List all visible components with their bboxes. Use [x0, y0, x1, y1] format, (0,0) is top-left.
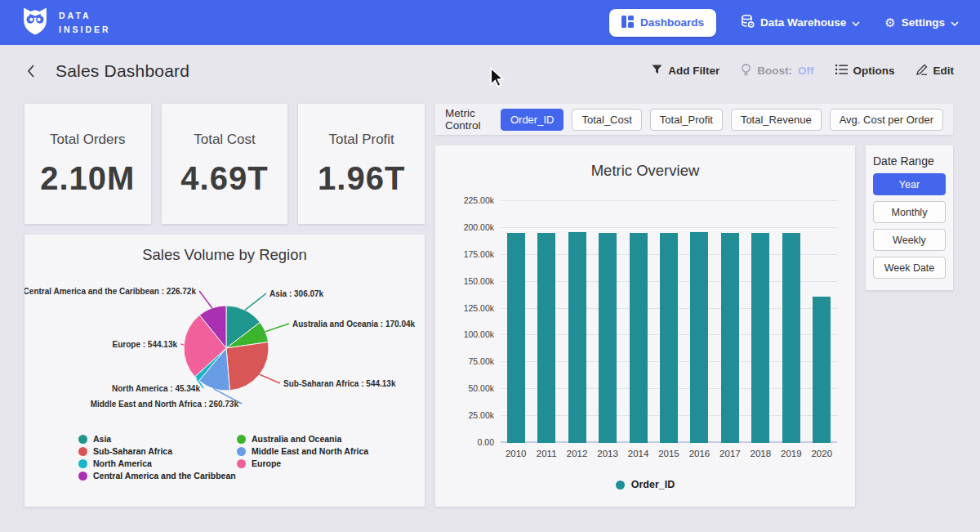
- legend-dot: [616, 481, 625, 490]
- pie-legend: AsiaAustralia and OceaniaSub-Saharan Afr…: [78, 434, 425, 481]
- gear-icon: ⚙: [884, 16, 895, 29]
- pie-slice-label: North America : 45.34k: [112, 384, 200, 393]
- legend-label: Asia: [93, 434, 111, 444]
- bar-chart-legend: Order_ID: [447, 479, 844, 490]
- x-axis-tick-label: 2019: [776, 449, 806, 458]
- chevron-down-icon: [852, 16, 860, 29]
- bar-chart-panel: Metric Overview 0.0025.00k50.00k75.00k10…: [435, 145, 855, 507]
- kpi-card-total-profit: Total Profit 1.96T: [298, 104, 425, 224]
- x-axis-tick-label: 2012: [562, 449, 592, 458]
- boost-state: Off: [798, 65, 814, 77]
- chevron-down-icon: [951, 16, 959, 29]
- database-icon: [741, 15, 755, 31]
- legend-dot: [78, 472, 87, 481]
- legend-dot: [78, 459, 87, 468]
- bar[interactable]: [782, 233, 800, 443]
- top-nav-bar: DATA INSIDER Dashboards: [0, 0, 980, 45]
- y-axis-tick-label: 150.00k: [450, 276, 494, 286]
- add-filter-button[interactable]: Add Filter: [652, 65, 719, 77]
- date-range-week-date-button[interactable]: Week Date: [873, 257, 946, 279]
- metric-button-order-id[interactable]: Order_ID: [501, 109, 564, 131]
- chevron-left-icon: [26, 64, 36, 78]
- pie-chart: Asia : 306.07kAustralia and Oceania : 17…: [24, 265, 425, 432]
- bar-chart-plot: 0.0025.00k50.00k75.00k100.00k125.00k150.…: [501, 201, 837, 443]
- boost-toggle[interactable]: Boost: Off: [741, 64, 813, 78]
- dashboards-button[interactable]: Dashboards: [609, 9, 716, 37]
- pie-legend-item[interactable]: North America: [78, 458, 237, 468]
- options-list-icon: [835, 65, 848, 77]
- date-range-weekly-button[interactable]: Weekly: [873, 229, 946, 251]
- metric-button-total-profit[interactable]: Total_Profit: [650, 109, 723, 131]
- date-range-year-button[interactable]: Year: [873, 173, 946, 195]
- x-axis-tick-label: 2014: [623, 449, 653, 458]
- bar-slot: [807, 201, 837, 443]
- bar-slot: [592, 201, 622, 443]
- kpi-value: 1.96T: [298, 160, 425, 197]
- date-range-label: Date Range: [873, 154, 946, 168]
- legend-dot: [78, 447, 87, 456]
- bar[interactable]: [507, 233, 525, 443]
- bar[interactable]: [568, 232, 586, 444]
- legend-label: North America: [93, 458, 152, 468]
- x-axis-tick-label: 2020: [807, 449, 837, 458]
- y-axis-tick-label: 200.00k: [450, 222, 494, 232]
- brand-logo[interactable]: DATA INSIDER: [21, 7, 111, 39]
- bar[interactable]: [630, 233, 648, 443]
- pie-legend-item[interactable]: Europe: [237, 458, 425, 468]
- bar-chart-title: Metric Overview: [447, 162, 844, 180]
- kpi-row: Total Orders 2.10M Total Cost 4.69T Tota…: [24, 104, 425, 224]
- data-warehouse-menu[interactable]: Data Warehouse: [741, 15, 860, 31]
- pie-slice-label: Asia : 306.07k: [270, 289, 324, 298]
- x-axis-tick-label: 2013: [592, 449, 622, 458]
- metric-control-label: Metric Control: [445, 107, 489, 132]
- pie-legend-item[interactable]: Asia: [78, 434, 237, 444]
- pie-legend-item[interactable]: Central America and the Caribbean: [78, 471, 237, 481]
- bar-slot: [562, 201, 592, 443]
- bar-chart-x-axis: 2010201120122013201420152016201720182019…: [501, 449, 837, 458]
- bar-slot: [653, 201, 684, 443]
- bar[interactable]: [721, 233, 739, 443]
- owl-logo-icon: [21, 7, 49, 39]
- bar[interactable]: [813, 297, 831, 443]
- options-button[interactable]: Options: [835, 65, 895, 77]
- settings-menu[interactable]: ⚙ Settings: [884, 16, 959, 29]
- bar-slot: [531, 201, 561, 443]
- back-button[interactable]: [26, 64, 36, 78]
- y-axis-tick-label: 0.00: [450, 437, 494, 447]
- x-axis-tick-label: 2017: [715, 449, 745, 458]
- pie-slice-label: Central America and the Caribbean : 226.…: [24, 287, 196, 296]
- legend-label: Middle East and North Africa: [252, 446, 368, 456]
- bar[interactable]: [537, 233, 555, 443]
- bar[interactable]: [751, 233, 769, 443]
- bar-slot: [684, 201, 715, 443]
- legend-dot: [237, 447, 246, 456]
- legend-label: Order_ID: [631, 479, 675, 490]
- kpi-card-total-cost: Total Cost 4.69T: [162, 104, 288, 224]
- pie-leader-line: [199, 291, 212, 308]
- legend-label: Europe: [252, 458, 281, 468]
- bar[interactable]: [690, 232, 708, 443]
- metric-button-total-revenue[interactable]: Total_Revenue: [731, 109, 822, 131]
- metric-button-total-cost[interactable]: Total_Cost: [572, 109, 641, 131]
- bar[interactable]: [660, 233, 678, 443]
- brand-line2: INSIDER: [59, 23, 111, 36]
- pie-slice[interactable]: [226, 342, 269, 391]
- pie-legend-item[interactable]: Sub-Saharan Africa: [78, 446, 237, 456]
- bar-slot: [501, 201, 531, 443]
- date-range-monthly-button[interactable]: Monthly: [873, 201, 946, 223]
- pie-legend-item[interactable]: Australia and Oceania: [237, 434, 425, 444]
- dashboard-grid-icon: [621, 16, 634, 30]
- x-axis-tick-label: 2015: [653, 449, 684, 458]
- dashboard-header: Sales Dashboard Add Filter Boost: Off: [0, 45, 980, 96]
- bar[interactable]: [599, 233, 617, 443]
- metric-button-avg-cost-per-order[interactable]: Avg. Cost per Order: [830, 109, 943, 131]
- kpi-label: Total Cost: [162, 132, 288, 148]
- edit-pencil-icon: [916, 64, 928, 78]
- edit-button[interactable]: Edit: [916, 64, 955, 78]
- pie-legend-item[interactable]: Middle East and North Africa: [237, 446, 425, 456]
- legend-label: Australia and Oceania: [252, 434, 341, 444]
- y-axis-tick-label: 75.00k: [450, 356, 494, 366]
- boost-balloon-icon: [741, 64, 751, 78]
- pie-leader-line: [265, 324, 289, 332]
- kpi-label: Total Orders: [24, 132, 151, 148]
